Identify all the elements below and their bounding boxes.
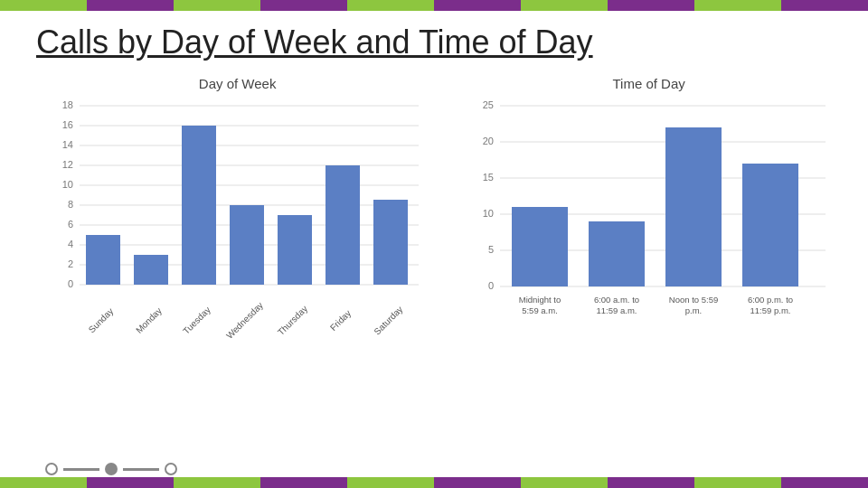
bottom-nav — [45, 463, 177, 475]
svg-text:0: 0 — [67, 278, 72, 289]
nav-line-2 — [123, 468, 159, 471]
svg-text:Sunday: Sunday — [86, 306, 115, 335]
bar-sunday — [86, 235, 120, 285]
bar-noon — [665, 127, 722, 286]
svg-text:Wednesday: Wednesday — [224, 300, 265, 341]
svg-text:11:59 a.m.: 11:59 a.m. — [596, 305, 637, 315]
svg-text:Tuesday: Tuesday — [181, 305, 212, 336]
svg-text:Friday: Friday — [327, 308, 352, 333]
bar-wednesday — [230, 205, 264, 285]
svg-text:0: 0 — [487, 280, 493, 291]
svg-text:16: 16 — [61, 119, 72, 130]
svg-text:Noon to 5:59: Noon to 5:59 — [668, 295, 717, 305]
svg-text:8: 8 — [67, 199, 72, 210]
nav-dot-filled[interactable] — [105, 463, 118, 475]
time-chart-title: Time of Day — [466, 76, 832, 91]
bar-thursday — [278, 215, 312, 285]
page-title: Calls by Day of Week and Time of Day — [36, 23, 832, 61]
bar-monday — [134, 255, 168, 285]
bar-6am — [589, 221, 645, 286]
svg-text:5:59 a.m.: 5:59 a.m. — [522, 305, 558, 315]
nav-line — [63, 468, 99, 471]
svg-text:11:59 p.m.: 11:59 p.m. — [750, 305, 790, 315]
day-bar-chart-svg: 18 16 14 12 10 8 6 4 2 0 — [48, 97, 428, 350]
svg-text:6: 6 — [67, 219, 72, 230]
svg-text:5: 5 — [487, 244, 493, 255]
nav-dot-1[interactable] — [45, 463, 58, 475]
svg-text:6:00 p.m. to: 6:00 p.m. to — [748, 295, 793, 305]
svg-text:4: 4 — [67, 239, 72, 249]
time-of-day-chart: Time of Day 25 20 15 10 5 0 — [466, 76, 832, 350]
bar-6pm — [742, 164, 798, 286]
svg-text:6:00 a.m. to: 6:00 a.m. to — [594, 295, 639, 305]
svg-text:14: 14 — [61, 139, 72, 150]
day-of-week-chart: Day of Week 18 16 14 12 10 8 6 — [36, 76, 439, 350]
svg-text:15: 15 — [482, 172, 493, 183]
bar-midnight — [512, 207, 568, 286]
charts-row: Day of Week 18 16 14 12 10 8 6 — [36, 76, 832, 350]
svg-text:Thursday: Thursday — [276, 304, 309, 337]
svg-text:p.m.: p.m. — [684, 305, 701, 315]
time-bar-chart-svg: 25 20 15 10 5 0 Midni — [468, 97, 830, 350]
svg-text:18: 18 — [61, 99, 72, 110]
bar-friday — [326, 165, 360, 285]
nav-dot-2[interactable] — [165, 463, 177, 475]
svg-text:Midnight to: Midnight to — [518, 295, 560, 305]
svg-text:12: 12 — [61, 159, 72, 170]
top-stripe — [0, 0, 868, 11]
svg-text:10: 10 — [61, 179, 72, 190]
svg-text:10: 10 — [482, 208, 493, 219]
bar-saturday — [373, 200, 408, 285]
day-chart-title: Day of Week — [36, 76, 439, 91]
svg-text:20: 20 — [482, 136, 493, 146]
svg-text:2: 2 — [67, 258, 72, 269]
svg-text:25: 25 — [482, 99, 493, 110]
svg-text:Saturday: Saturday — [372, 304, 404, 336]
bar-tuesday — [182, 126, 216, 285]
svg-text:Monday: Monday — [134, 305, 164, 335]
bottom-stripe — [0, 477, 868, 488]
